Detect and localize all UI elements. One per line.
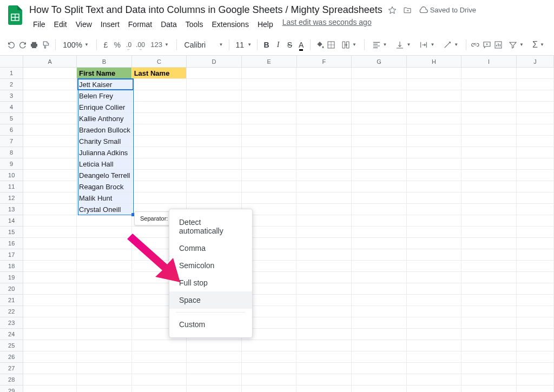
- cell[interactable]: [187, 386, 242, 392]
- cell[interactable]: [407, 374, 462, 386]
- cell[interactable]: [77, 238, 132, 249]
- separator-option-semicolon[interactable]: Semicolon: [169, 257, 252, 274]
- cell[interactable]: [407, 363, 462, 374]
- cell[interactable]: [296, 147, 352, 158]
- last-edit-link[interactable]: Last edit was seconds ago: [282, 18, 372, 31]
- link-button[interactable]: [471, 38, 480, 52]
- cell[interactable]: [517, 374, 554, 386]
- menu-edit[interactable]: Edit: [50, 18, 71, 31]
- cell[interactable]: [461, 340, 517, 351]
- cell[interactable]: [517, 136, 554, 147]
- cell[interactable]: [407, 147, 462, 158]
- cell[interactable]: [77, 306, 132, 317]
- cell[interactable]: [352, 329, 407, 340]
- menu-help[interactable]: Help: [254, 18, 277, 31]
- cell[interactable]: Kallie Anthony: [77, 113, 132, 124]
- cell[interactable]: [461, 147, 517, 158]
- row-header[interactable]: 14: [0, 215, 23, 227]
- star-icon[interactable]: [388, 6, 397, 15]
- cell[interactable]: [187, 158, 242, 170]
- cell[interactable]: [132, 181, 187, 192]
- cell[interactable]: [407, 386, 462, 392]
- row-header[interactable]: 22: [0, 306, 23, 317]
- cell[interactable]: [132, 386, 187, 392]
- cell[interactable]: [407, 158, 462, 170]
- row-header[interactable]: 29: [0, 386, 23, 392]
- cell[interactable]: Braedon Bullock: [77, 124, 132, 136]
- cell[interactable]: [296, 227, 352, 238]
- cell[interactable]: [242, 351, 297, 363]
- cell[interactable]: [132, 158, 187, 170]
- cell[interactable]: [296, 124, 352, 136]
- cell[interactable]: [296, 170, 352, 181]
- cell[interactable]: [132, 374, 187, 386]
- col-header-f[interactable]: F: [297, 56, 352, 67]
- cell[interactable]: Last Name: [132, 68, 187, 79]
- cell[interactable]: [352, 238, 407, 249]
- separator-option-comma[interactable]: Comma: [169, 240, 252, 257]
- cell[interactable]: [187, 340, 242, 351]
- cell[interactable]: [517, 79, 554, 90]
- cell[interactable]: [461, 351, 517, 363]
- cell[interactable]: Enrique Collier: [77, 102, 132, 113]
- cell[interactable]: [407, 227, 462, 238]
- cell[interactable]: [517, 329, 554, 340]
- row-header[interactable]: 7: [0, 136, 23, 147]
- row-header[interactable]: 18: [0, 261, 23, 272]
- v-align-button[interactable]: ▼: [392, 38, 414, 52]
- cell[interactable]: [132, 79, 187, 90]
- row-header[interactable]: 11: [0, 181, 23, 192]
- row-header[interactable]: 24: [0, 329, 23, 340]
- cell[interactable]: [352, 68, 407, 79]
- cell[interactable]: [517, 261, 554, 272]
- row-header[interactable]: 12: [0, 192, 23, 204]
- cell[interactable]: [407, 261, 462, 272]
- cell[interactable]: [461, 374, 517, 386]
- cell[interactable]: [461, 363, 517, 374]
- row-header[interactable]: 27: [0, 363, 23, 374]
- cell[interactable]: [461, 295, 517, 306]
- cell[interactable]: [23, 147, 77, 158]
- cell[interactable]: [132, 351, 187, 363]
- cell[interactable]: [461, 68, 517, 79]
- cell[interactable]: [517, 68, 554, 79]
- cell[interactable]: [352, 136, 407, 147]
- paint-format-button[interactable]: [41, 38, 50, 52]
- wrap-button[interactable]: ▼: [416, 38, 438, 52]
- menu-data[interactable]: Data: [157, 18, 181, 31]
- cell[interactable]: [23, 170, 77, 181]
- cell[interactable]: Deangelo Terrell: [77, 170, 132, 181]
- cell[interactable]: [23, 79, 77, 90]
- row-header[interactable]: 25: [0, 340, 23, 351]
- cell[interactable]: [296, 329, 352, 340]
- cell[interactable]: [242, 340, 297, 351]
- cell[interactable]: [132, 124, 187, 136]
- row-header[interactable]: 16: [0, 238, 23, 249]
- cell[interactable]: [77, 329, 132, 340]
- cell[interactable]: [407, 102, 462, 113]
- row-header[interactable]: 20: [0, 283, 23, 295]
- merge-button[interactable]: ▼: [338, 38, 360, 52]
- cell[interactable]: [352, 386, 407, 392]
- cell[interactable]: [407, 204, 462, 215]
- cell[interactable]: [187, 363, 242, 374]
- cell[interactable]: [461, 261, 517, 272]
- cell[interactable]: [187, 113, 242, 124]
- cell[interactable]: [461, 102, 517, 113]
- redo-button[interactable]: [18, 38, 27, 52]
- cell[interactable]: [77, 272, 132, 283]
- col-header-d[interactable]: D: [187, 56, 242, 67]
- cell[interactable]: [23, 329, 77, 340]
- cell[interactable]: [77, 283, 132, 295]
- cell[interactable]: [517, 147, 554, 158]
- col-header-g[interactable]: G: [352, 56, 407, 67]
- cell[interactable]: [517, 170, 554, 181]
- cell[interactable]: [77, 215, 132, 227]
- cell[interactable]: [517, 204, 554, 215]
- cell[interactable]: Malik Hunt: [77, 192, 132, 204]
- cell[interactable]: [407, 79, 462, 90]
- cell[interactable]: [77, 261, 132, 272]
- menu-insert[interactable]: Insert: [97, 18, 123, 31]
- cell[interactable]: [461, 317, 517, 329]
- cell[interactable]: [461, 272, 517, 283]
